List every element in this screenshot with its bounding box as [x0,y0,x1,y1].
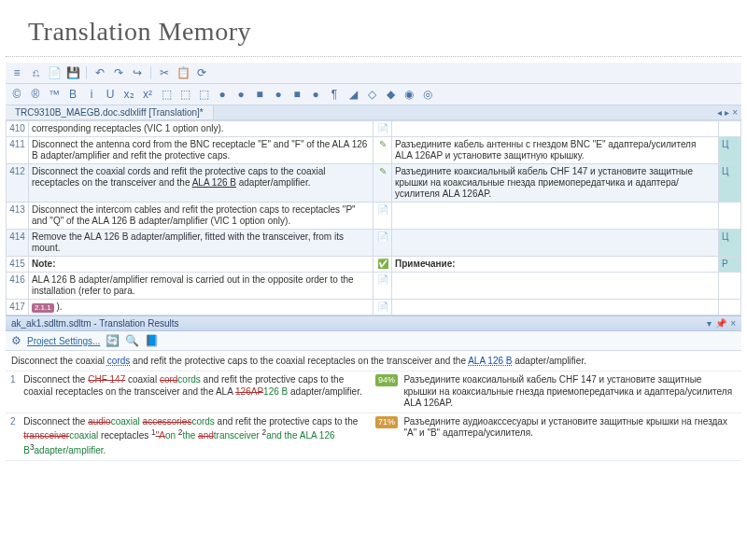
segment-flag: P [719,257,741,273]
toolbar-primary-btn-7[interactable]: ✂ [157,65,172,80]
toolbar-format-btn-19[interactable]: ◇ [364,87,379,102]
segment-target[interactable] [392,273,719,300]
tm-options-icon[interactable]: 📘 [145,334,159,347]
segment-source[interactable]: Remove the ALA 126 B adapter/amplifier, … [28,230,374,257]
segment-flag: Ц [719,230,741,257]
toolbar-primary-btn-8[interactable]: 📋 [176,65,190,80]
toolbar-format-btn-22[interactable]: ◎ [420,87,435,102]
tm-refresh-icon[interactable]: 🔄 [106,334,120,347]
segment-target[interactable]: Разъедините коаксиальный кабель CHF 147 … [392,164,719,203]
toolbar-separator [86,66,87,79]
segment-row[interactable]: 415Note:✅Примечание:P [7,257,741,273]
segment-target[interactable] [392,300,719,315]
tab-next-icon[interactable]: ▸ [725,107,729,118]
segment-status-icon: 📄 [374,203,392,230]
tm-results-table: 1Disconnect the CHF 147 coaxial cordcord… [6,371,741,461]
segment-row[interactable]: 412Disconnect the coaxial cords and refi… [7,164,741,203]
segment-row[interactable]: 411Disconnect the antenna cord from the … [7,137,741,164]
toolbar-format-btn-1[interactable]: ® [28,87,43,102]
toolbar-format-btn-16[interactable]: ● [308,87,323,102]
tab-close-icon[interactable]: × [732,107,738,118]
tm-match-source: Disconnect the audiocoaxial accessoriesc… [19,413,371,460]
toolbar-format-btn-13[interactable]: ■ [252,87,267,102]
segment-flag: Ц [719,164,741,203]
toolbar-primary-btn-0[interactable]: ≡ [9,65,24,80]
tm-match-score: 94% [371,371,400,413]
toolbar-format-btn-7[interactable]: x² [140,87,155,102]
tm-lookup-icon[interactable]: 🔍 [125,334,139,347]
title-rule [6,56,741,57]
segment-status-icon: 📄 [374,273,392,300]
tm-match-source: Disconnect the CHF 147 coaxial cordcords… [19,371,371,413]
tm-panel-title: ak_ak1.sdltm.sdltm - Translation Results [11,318,179,329]
toolbar-format-btn-0[interactable]: © [9,87,24,102]
segment-source[interactable]: corresponding receptacles (VIC 1 option … [28,121,374,137]
toolbar-primary-btn-1[interactable]: ⎌ [28,65,43,80]
segment-source[interactable]: Disconnect the antenna cord from the BNC… [28,137,374,164]
segment-row[interactable]: 410corresponding receptacles (VIC 1 opti… [7,121,741,137]
tm-match-row[interactable]: 1Disconnect the CHF 147 coaxial cordcord… [6,371,741,413]
toolbar-primary-btn-4[interactable]: ↶ [92,65,107,80]
segment-status-icon: 📄 [374,121,392,137]
tm-match-number: 2 [6,413,19,460]
toolbar-primary-btn-3[interactable]: 💾 [65,65,80,80]
segment-target[interactable] [392,203,719,230]
segment-source[interactable]: ALA 126 B adapter/amplifier removal is c… [28,273,374,300]
toolbar-format-btn-12[interactable]: ● [233,87,248,102]
toolbar-format-btn-3[interactable]: B [65,87,80,102]
segment-number: 411 [7,137,29,164]
segment-source[interactable]: Note: [28,257,374,273]
segment-number: 416 [7,273,29,300]
toolbar-format-btn-20[interactable]: ◆ [383,87,398,102]
segment-target[interactable]: Разъедините кабель антенны с гнездом BNC… [392,137,719,164]
project-settings-icon[interactable]: ⚙ [11,334,21,347]
toolbar-format-btn-6[interactable]: x₂ [121,87,136,102]
segment-number: 412 [7,164,29,203]
document-tab[interactable]: TRC9310B_MAEGB.doc.sdlxliff [Translation… [6,105,214,119]
toolbar-format-btn-17[interactable]: ¶ [327,87,342,102]
toolbar-format-btn-15[interactable]: ■ [289,87,304,102]
panel-autohide-icon[interactable]: 📌 [715,318,726,329]
segment-number: 417 [7,300,29,315]
segment-number: 414 [7,230,29,257]
tab-prev-icon[interactable]: ◂ [717,107,722,118]
segment-source[interactable]: Disconnect the intercom cables and refit… [28,203,374,230]
toolbar-format-btn-14[interactable]: ● [271,87,286,102]
segment-target[interactable] [392,121,719,137]
toolbar-formatting: ©®™BiUx₂x²⬚⬚⬚●●■●■●¶◢◇◆◉◎ [6,84,741,105]
segment-flag [719,273,741,300]
segment-row[interactable]: 4172.1.1 ).📄 [7,300,741,315]
tm-lookup-sentence: Disconnect the coaxial cords and refit t… [6,351,741,371]
editor-grid: 410corresponding receptacles (VIC 1 opti… [6,120,741,315]
toolbar-primary-btn-6[interactable]: ↪ [130,65,145,80]
tm-match-target: Разъедините аудиоакссесуары и установите… [399,413,741,460]
toolbar-primary-btn-9[interactable]: ⟳ [194,65,209,80]
segment-source[interactable]: Disconnect the coaxial cords and refit t… [28,164,374,203]
segment-number: 415 [7,257,29,273]
toolbar-format-btn-5[interactable]: U [103,87,118,102]
toolbar-format-btn-18[interactable]: ◢ [345,87,360,102]
project-settings-link[interactable]: Project Settings... [27,336,100,346]
tm-match-target: Разъедините коаксиальный кабель CHF 147 … [399,371,741,413]
toolbar-primary-btn-5[interactable]: ↷ [111,65,126,80]
segment-source[interactable]: 2.1.1 ). [28,300,374,315]
segment-status-icon: ✎ [374,137,392,164]
tm-toolbar: ⚙ Project Settings... 🔄 🔍 📘 [6,331,741,351]
document-tab-strip: TRC9310B_MAEGB.doc.sdlxliff [Translation… [6,105,741,120]
panel-pin-icon[interactable]: ▾ [707,318,712,329]
segment-row[interactable]: 413Disconnect the intercom cables and re… [7,203,741,230]
toolbar-format-btn-4[interactable]: i [84,87,99,102]
segment-target[interactable]: Примечание: [392,257,719,273]
panel-close-icon[interactable]: × [730,318,736,329]
toolbar-format-btn-9[interactable]: ⬚ [177,87,192,102]
segment-row[interactable]: 416ALA 126 B adapter/amplifier removal i… [7,273,741,300]
toolbar-format-btn-11[interactable]: ● [215,87,230,102]
toolbar-format-btn-10[interactable]: ⬚ [196,87,211,102]
toolbar-format-btn-21[interactable]: ◉ [402,87,416,102]
segment-row[interactable]: 414Remove the ALA 126 B adapter/amplifie… [7,230,741,257]
toolbar-primary-btn-2[interactable]: 📄 [47,65,62,80]
toolbar-format-btn-8[interactable]: ⬚ [159,87,174,102]
segment-target[interactable] [392,230,719,257]
toolbar-format-btn-2[interactable]: ™ [47,87,62,102]
tm-match-row[interactable]: 2Disconnect the audiocoaxial accessories… [6,413,741,460]
